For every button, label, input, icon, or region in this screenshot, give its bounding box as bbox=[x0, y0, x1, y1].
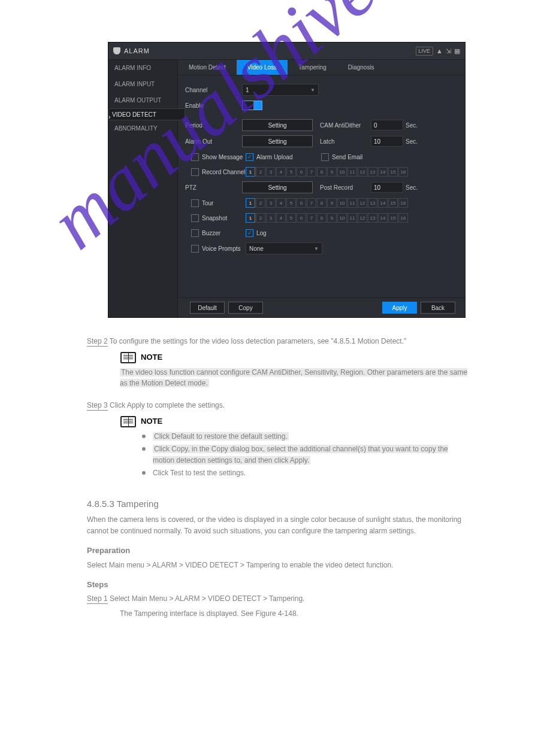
channel-cell-6[interactable]: 6 bbox=[297, 213, 306, 223]
post-record-input[interactable]: 10 bbox=[371, 182, 403, 193]
label-log: Log bbox=[256, 230, 267, 236]
heading-preparation: Preparation bbox=[87, 545, 470, 557]
channel-cell-1[interactable]: 1 bbox=[246, 167, 255, 177]
alarm-out-setting-button[interactable]: Setting bbox=[242, 135, 313, 147]
user-icon[interactable]: ▲ bbox=[436, 47, 443, 54]
channel-cell-15[interactable]: 15 bbox=[388, 167, 398, 177]
channel-cell-10[interactable]: 10 bbox=[337, 213, 347, 223]
copy-button[interactable]: Copy bbox=[228, 302, 263, 314]
export-icon[interactable]: ⇲ bbox=[446, 47, 451, 55]
latch-input[interactable]: 10 bbox=[371, 136, 403, 147]
channel-cell-12[interactable]: 12 bbox=[358, 213, 367, 223]
channel-cell-11[interactable]: 11 bbox=[347, 198, 357, 208]
step-1: Step 1 Select Main Menu > ALARM > VIDEO … bbox=[87, 593, 470, 605]
channel-select[interactable]: 1 ▼ bbox=[242, 84, 319, 96]
channel-cell-3[interactable]: 3 bbox=[266, 213, 276, 223]
record-channel-checkbox[interactable] bbox=[191, 168, 199, 176]
channel-cell-4[interactable]: 4 bbox=[276, 167, 286, 177]
channel-cell-16[interactable]: 16 bbox=[398, 198, 408, 208]
back-button[interactable]: Back bbox=[421, 302, 455, 314]
channel-cell-5[interactable]: 5 bbox=[286, 167, 296, 177]
snapshot-checkbox[interactable] bbox=[191, 214, 199, 222]
channel-cell-7[interactable]: 7 bbox=[307, 198, 316, 208]
channel-cell-14[interactable]: 14 bbox=[378, 198, 388, 208]
channel-cell-6[interactable]: 6 bbox=[297, 198, 306, 208]
sidebar-item-abnormality[interactable]: ABNORMALITY bbox=[108, 120, 177, 136]
alarm-upload-checkbox[interactable] bbox=[246, 153, 253, 161]
default-button[interactable]: Default bbox=[190, 302, 225, 314]
tour-checkbox[interactable] bbox=[191, 199, 199, 207]
tab-tampering[interactable]: Tampering bbox=[288, 60, 337, 75]
sidebar-item-alarm-info[interactable]: ALARM INFO bbox=[108, 60, 177, 76]
sidebar-item-alarm-output[interactable]: ALARM OUTPUT bbox=[108, 92, 177, 108]
channel-cell-8[interactable]: 8 bbox=[317, 198, 327, 208]
sidebar: ALARM INFO ALARM INPUT ALARM OUTPUT VIDE… bbox=[108, 60, 178, 317]
channel-cell-4[interactable]: 4 bbox=[276, 198, 286, 208]
tab-diagnosis[interactable]: Diagnosis bbox=[337, 60, 385, 75]
channel-cell-15[interactable]: 15 bbox=[388, 198, 398, 208]
send-email-checkbox[interactable] bbox=[321, 153, 329, 161]
channel-cell-16[interactable]: 16 bbox=[398, 213, 408, 223]
channel-value: 1 bbox=[246, 87, 249, 93]
snapshot-channel-grid[interactable]: 12345678910111213141516 bbox=[246, 213, 408, 223]
channel-cell-2[interactable]: 2 bbox=[256, 213, 265, 223]
channel-cell-2[interactable]: 2 bbox=[256, 198, 265, 208]
channel-cell-9[interactable]: 9 bbox=[327, 167, 337, 177]
channel-cell-9[interactable]: 9 bbox=[327, 198, 337, 208]
channel-cell-13[interactable]: 13 bbox=[368, 213, 377, 223]
channel-cell-7[interactable]: 7 bbox=[307, 167, 316, 177]
channel-cell-12[interactable]: 12 bbox=[358, 198, 367, 208]
record-channel-grid[interactable]: 12345678910111213141516 bbox=[246, 167, 408, 177]
channel-cell-6[interactable]: 6 bbox=[297, 167, 306, 177]
voice-prompts-select[interactable]: None ▼ bbox=[246, 242, 322, 254]
enable-toggle[interactable] bbox=[242, 101, 262, 110]
heading-tampering: 4.8.5.3 Tampering bbox=[87, 497, 470, 511]
show-message-checkbox[interactable] bbox=[191, 153, 199, 161]
channel-cell-8[interactable]: 8 bbox=[317, 167, 327, 177]
channel-cell-3[interactable]: 3 bbox=[266, 167, 276, 177]
channel-cell-14[interactable]: 14 bbox=[378, 213, 388, 223]
channel-cell-1[interactable]: 1 bbox=[246, 213, 255, 223]
channel-cell-5[interactable]: 5 bbox=[286, 198, 296, 208]
tour-channel-grid[interactable]: 12345678910111213141516 bbox=[246, 198, 408, 208]
grid-icon[interactable]: ▦ bbox=[454, 47, 460, 55]
note-1-text: The video loss function cannot configure… bbox=[120, 368, 467, 388]
channel-cell-1[interactable]: 1 bbox=[246, 198, 255, 208]
sidebar-item-alarm-input[interactable]: ALARM INPUT bbox=[108, 76, 177, 92]
channel-cell-5[interactable]: 5 bbox=[286, 213, 296, 223]
channel-cell-15[interactable]: 15 bbox=[388, 213, 398, 223]
channel-cell-12[interactable]: 12 bbox=[358, 167, 367, 177]
channel-cell-10[interactable]: 10 bbox=[337, 198, 347, 208]
live-button[interactable]: LIVE bbox=[416, 47, 434, 56]
channel-cell-4[interactable]: 4 bbox=[276, 213, 286, 223]
step-1-result: The Tampering interface is displayed. Se… bbox=[120, 608, 470, 620]
sidebar-item-video-detect[interactable]: VIDEO DETECT bbox=[108, 108, 185, 120]
tab-video-loss[interactable]: Video Loss bbox=[237, 60, 288, 75]
channel-cell-2[interactable]: 2 bbox=[256, 167, 265, 177]
label-period: Period bbox=[185, 122, 242, 129]
tab-motion-detect[interactable]: Motion Detect bbox=[178, 60, 237, 75]
ptz-setting-button[interactable]: Setting bbox=[242, 181, 313, 193]
document-body: Step 2 To configure the settings for the… bbox=[87, 336, 470, 620]
channel-cell-10[interactable]: 10 bbox=[337, 167, 347, 177]
buzzer-checkbox[interactable] bbox=[191, 229, 199, 237]
channel-cell-13[interactable]: 13 bbox=[368, 167, 377, 177]
channel-cell-8[interactable]: 8 bbox=[317, 213, 327, 223]
label-tour: Tour bbox=[202, 200, 246, 207]
settings-form: Channel 1 ▼ Enable Period Setting CAM A bbox=[178, 75, 465, 297]
channel-cell-9[interactable]: 9 bbox=[327, 213, 337, 223]
apply-button[interactable]: Apply bbox=[382, 302, 417, 314]
channel-cell-11[interactable]: 11 bbox=[347, 213, 357, 223]
cam-antidither-input[interactable]: 0 bbox=[371, 120, 403, 130]
channel-cell-16[interactable]: 16 bbox=[398, 167, 408, 177]
label-alarm-out: Alarm Out bbox=[185, 138, 242, 145]
channel-cell-11[interactable]: 11 bbox=[347, 167, 357, 177]
period-setting-button[interactable]: Setting bbox=[242, 119, 313, 131]
channel-cell-14[interactable]: 14 bbox=[378, 167, 388, 177]
label-record-channel: Record Channel bbox=[202, 169, 246, 175]
channel-cell-3[interactable]: 3 bbox=[266, 198, 276, 208]
log-checkbox[interactable] bbox=[246, 229, 253, 237]
channel-cell-7[interactable]: 7 bbox=[307, 213, 316, 223]
voice-prompts-checkbox[interactable] bbox=[191, 245, 199, 253]
channel-cell-13[interactable]: 13 bbox=[368, 198, 377, 208]
